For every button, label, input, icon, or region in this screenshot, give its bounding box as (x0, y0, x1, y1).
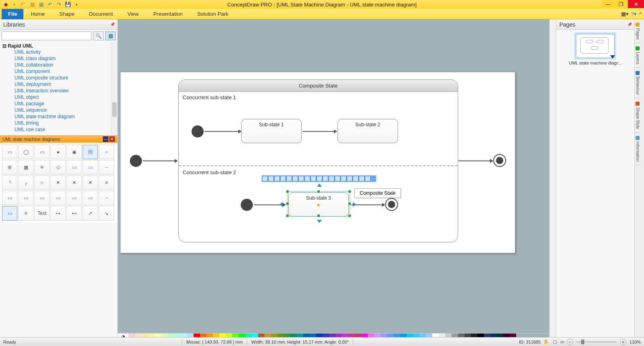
final-state-outer[interactable] (493, 154, 506, 167)
selection-handle[interactable] (317, 190, 320, 193)
palette-shape[interactable]: ▭ (50, 191, 66, 205)
smart-action-icon[interactable] (298, 176, 304, 181)
tree-item[interactable]: UML sequence (6, 107, 115, 113)
side-tab-pages[interactable]: Pages (635, 19, 641, 43)
zoom-out-button[interactable]: − (567, 339, 573, 345)
side-tab-shape-style[interactable]: Shape Style (635, 98, 641, 133)
tree-item[interactable]: UML collaboration (6, 62, 115, 68)
library-search-input[interactable] (2, 31, 92, 40)
palette-shape[interactable]: ✕ (83, 175, 98, 190)
palette-shape[interactable]: ⊷ (67, 206, 82, 221)
tree-item[interactable]: UML object (6, 94, 115, 100)
palette-shape[interactable]: ⊗ (2, 160, 17, 175)
palette-shape[interactable]: ◇ (50, 160, 66, 175)
tree-scrollbar[interactable] (111, 42, 117, 135)
palette-shape[interactable]: ○ (99, 145, 114, 159)
substate-1[interactable]: Sub-state 1 (241, 119, 302, 143)
tab-view[interactable]: View (120, 9, 146, 19)
tree-item[interactable]: UML component (6, 68, 115, 75)
zoom-in-button[interactable]: + (620, 339, 626, 345)
qat-dropdown-icon[interactable]: ▾ (73, 1, 80, 8)
fit-width-icon[interactable]: ▭ (560, 339, 564, 344)
smart-action-icon[interactable] (292, 176, 298, 181)
library-view-toggle[interactable]: ▤ (105, 31, 116, 40)
palette-shape[interactable]: ▭ (2, 206, 17, 221)
drawing-page[interactable]: Composite State Concurrent sub-state 1 C… (120, 72, 515, 253)
save-all-icon[interactable]: ▧ (38, 1, 44, 8)
selection-handle[interactable] (286, 190, 289, 193)
composite-state[interactable]: Composite State Concurrent sub-state 1 C… (178, 79, 458, 242)
smart-action-icon[interactable] (353, 176, 358, 181)
substate-2[interactable]: Sub-state 2 (338, 119, 398, 143)
palette-shape[interactable]: ▭ (67, 160, 82, 175)
tab-document[interactable]: Document (82, 9, 120, 19)
smart-action-icon[interactable] (359, 176, 365, 181)
save-icon[interactable]: 💾 (65, 1, 71, 8)
palette-shape[interactable]: ▭ (83, 191, 98, 205)
initial-state-r1[interactable] (192, 125, 204, 138)
close-button[interactable]: ✕ (628, 0, 644, 8)
transition-arrow[interactable] (204, 131, 239, 132)
palette-shape[interactable]: ● (50, 145, 66, 159)
selection-handle[interactable] (317, 214, 320, 217)
smart-action-icon[interactable] (286, 176, 292, 181)
selection-handle[interactable] (348, 214, 351, 217)
smart-action-icon[interactable] (323, 176, 328, 181)
smart-action-icon[interactable] (341, 176, 346, 181)
initial-state-outer[interactable] (130, 155, 142, 167)
smart-action-icon[interactable] (311, 176, 316, 181)
palette-shape[interactable]: ▭ (18, 191, 33, 205)
palette-shape[interactable]: ▭ (83, 160, 98, 175)
file-tab[interactable]: File (2, 9, 23, 19)
side-tab-layers[interactable]: Layers (635, 43, 641, 68)
palette-shape[interactable]: ▭ (34, 145, 50, 159)
side-tab-information[interactable]: Information (635, 133, 641, 165)
smart-action-icon[interactable] (347, 176, 352, 181)
connector-handle[interactable] (317, 220, 322, 223)
library-tree[interactable]: ⊟ Rapid UML UML activity UML class diagr… (0, 42, 117, 135)
help-icon[interactable]: ?▾ (631, 11, 637, 17)
smart-action-icon[interactable] (365, 176, 371, 181)
smart-action-icon[interactable] (304, 176, 310, 181)
smart-action-icon[interactable] (335, 176, 340, 181)
tree-item[interactable]: UML deployment (6, 81, 115, 88)
palette-shape[interactable]: Text (34, 206, 50, 221)
smart-action-icon[interactable] (274, 176, 280, 181)
undo-icon[interactable]: ↶ (47, 1, 53, 8)
maximize-button[interactable]: ❐ (615, 0, 627, 8)
new-doc-icon[interactable]: ▫ (11, 1, 18, 8)
palette-shape[interactable]: ▭ (2, 145, 17, 159)
transition-arrow[interactable] (254, 204, 283, 205)
tree-item[interactable]: UML interaction overview (6, 88, 115, 94)
tab-solution-park[interactable]: Solution Park (190, 9, 236, 19)
page-thumbnail[interactable] (576, 34, 615, 58)
tree-item[interactable]: UML package (6, 100, 115, 107)
smart-action-icon[interactable] (317, 176, 322, 181)
palette-shape[interactable]: ≡ (18, 206, 33, 221)
tab-presentation[interactable]: Presentation (146, 9, 190, 19)
palette-title-bar[interactable]: UML state machine diagrams —✕ (0, 135, 117, 143)
palette-shape[interactable]: ✕ (50, 175, 66, 190)
tab-shape[interactable]: Shape (52, 9, 82, 19)
palette-shape[interactable]: ↗ (83, 206, 98, 221)
transition-arrow[interactable] (302, 131, 335, 132)
smart-action-icon[interactable] (329, 176, 334, 181)
palette-shape[interactable]: ≡ (99, 175, 114, 190)
tree-root[interactable]: ⊟ Rapid UML (2, 43, 115, 49)
tree-item[interactable]: UML timing (6, 120, 115, 126)
palette-shape[interactable]: ◯ (18, 145, 33, 159)
tree-item[interactable]: UML activity (6, 49, 115, 55)
ribbon-grid-icon[interactable]: ▦▾ (621, 11, 629, 17)
side-tab-behaviour[interactable]: Behaviour (635, 68, 641, 98)
smart-action-icon[interactable] (262, 176, 268, 181)
initial-state-r2[interactable] (241, 199, 253, 211)
palette-min-icon[interactable]: — (103, 136, 108, 142)
tree-item[interactable]: UML state machine diagram (6, 113, 115, 120)
palette-shape[interactable]: ┄ (99, 191, 114, 205)
palette-shape[interactable]: ◉ (67, 145, 82, 159)
fit-page-icon[interactable]: ▢ (553, 339, 557, 344)
palette-shape[interactable]: ✳ (34, 160, 50, 175)
zoom-slider[interactable] (576, 341, 617, 343)
palette-shape[interactable]: ▦ (18, 160, 33, 175)
pin-icon[interactable]: 📌 (110, 22, 115, 27)
